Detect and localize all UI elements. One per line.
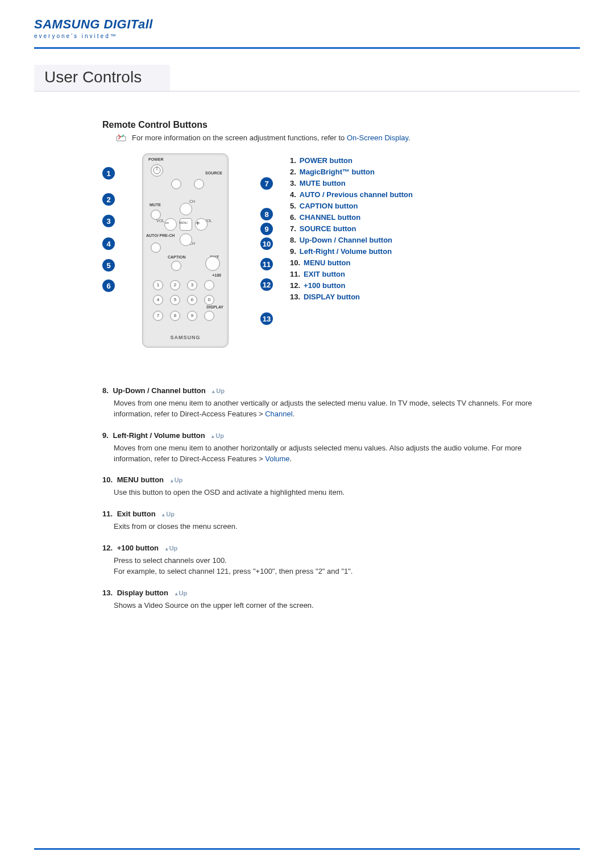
callout-3: 3 [102, 215, 115, 227]
callout-4: 4 [102, 237, 115, 250]
up-link[interactable]: Up [162, 511, 175, 518]
up-link[interactable]: Up [165, 545, 178, 552]
display-button-link[interactable]: DISPLAY button [304, 293, 360, 301]
numpad-8: 8 [170, 311, 180, 321]
desc-num: 13. [102, 589, 113, 597]
desc-title: Up-Down / Channel button [113, 386, 205, 395]
desc-num: 8. [102, 386, 109, 395]
desc-body: Moves from one menu item to another hori… [114, 443, 557, 465]
updown-button-link[interactable]: Up-Down / Channel button [300, 236, 392, 244]
button-list-item: 6.CHANNEL button [290, 213, 413, 222]
label-display: DISPLAY [206, 305, 223, 309]
button-list-item: 10.MENU button [290, 258, 413, 267]
desc-body: Use this button to open the OSD and acti… [114, 487, 557, 498]
button-list-item: 5.CAPTION button [290, 202, 413, 210]
remote-body: POWER SOURCE MUTE CH VOL VOL CH − [142, 153, 229, 348]
desc-num: 11. [102, 510, 113, 518]
callout-5: 5 [102, 259, 115, 272]
button-list-num: 6. [290, 213, 296, 222]
figure-row: 1 2 3 4 5 6 7 8 9 10 11 12 13 POWER SOUR… [102, 153, 557, 352]
leftright-button-link[interactable]: Left-Right / Volume button [300, 247, 392, 256]
button-list-num: 10. [290, 258, 300, 267]
callout-13: 13 [260, 312, 273, 325]
up-link[interactable]: Up [171, 477, 183, 483]
callout-2: 2 [102, 193, 115, 206]
label-mute: MUTE [150, 203, 161, 207]
up-link[interactable]: Up [175, 590, 188, 596]
numpad-9: 9 [187, 311, 197, 321]
callout-9: 9 [260, 223, 273, 235]
dpad-right: + [195, 218, 208, 231]
dpad-graphic: CH VOL VOL CH − + MENU [162, 201, 209, 247]
label-auto: AUTO/ PRE-CH [146, 233, 175, 237]
volume-link[interactable]: Volume [265, 454, 289, 463]
desc-title: MENU button [117, 475, 164, 484]
remote-illustration: 1 2 3 4 5 6 7 8 9 10 11 12 13 POWER SOUR… [102, 153, 273, 352]
plus100-button-graphic [204, 280, 214, 290]
desc-body: Moves from one menu item to another vert… [114, 398, 557, 420]
desc-heading: 10. MENU button Up [102, 475, 557, 484]
menu-button-link[interactable]: MENU button [304, 258, 350, 267]
on-screen-display-link[interactable]: On-Screen Display [347, 133, 408, 142]
desc-body-text: Use this button to open the OSD and acti… [114, 488, 345, 496]
desc-heading: 12. +100 button Up [102, 544, 557, 552]
info-icon [116, 134, 126, 142]
dpad-up [180, 203, 192, 215]
svg-rect-0 [117, 136, 126, 141]
up-link[interactable]: Up [211, 432, 224, 439]
auto-button-link[interactable]: AUTO / Previous channel button [300, 190, 413, 199]
callout-12: 12 [260, 278, 273, 291]
desc-title: Display button [117, 589, 168, 597]
desc-body-text: Press to select channels over 100. For e… [114, 556, 352, 575]
button-list: 1.POWER button 2.MagicBright™ button 3.M… [290, 153, 413, 304]
desc-body-after: . [290, 454, 292, 463]
exit-button-link[interactable]: EXIT button [304, 270, 345, 278]
power-button-link[interactable]: POWER button [300, 156, 352, 165]
mute-button-link[interactable]: MUTE button [300, 179, 346, 187]
info-note-before: For more information on the screen adjus… [132, 133, 347, 142]
desc-body-before: Moves from one menu item to another hori… [114, 444, 522, 463]
magicbright-button-link[interactable]: MagicBright™ button [300, 168, 375, 176]
callout-7: 7 [260, 177, 273, 190]
button-list-num: 3. [290, 179, 296, 187]
plus100-button-link[interactable]: +100 button [304, 281, 345, 290]
desc-heading: 11. Exit button Up [102, 510, 557, 518]
button-list-item: 9.Left-Right / Volume button [290, 247, 413, 256]
exit-button-graphic [205, 256, 220, 271]
numpad-2: 2 [170, 280, 180, 290]
dpad-center [180, 218, 192, 231]
source-button-link[interactable]: SOURCE button [300, 224, 356, 233]
numpad-4: 4 [153, 295, 163, 305]
desc-title: +100 button [117, 544, 159, 552]
channel-link[interactable]: Channel [265, 410, 292, 418]
button-list-num: 5. [290, 202, 296, 210]
up-link[interactable]: Up [212, 387, 225, 394]
desc-num: 10. [102, 475, 113, 484]
callout-6: 6 [102, 279, 115, 292]
desc-item-11: 11. Exit button Up Exits from or closes … [102, 510, 557, 532]
desc-body: Shows a Video Source on the upper left c… [114, 600, 557, 611]
top-rule [34, 47, 580, 49]
numpad-1: 1 [153, 280, 163, 290]
callout-8: 8 [260, 208, 273, 220]
desc-body-text: Exits from or closes the menu screen. [114, 522, 237, 531]
button-list-item: 7.SOURCE button [290, 224, 413, 233]
auto-button-graphic [151, 243, 161, 253]
numpad-7: 7 [153, 311, 163, 321]
desc-heading: 9. Left-Right / Volume button Up [102, 431, 557, 440]
info-note-after: . [408, 133, 410, 142]
button-list-item: 8.Up-Down / Channel button [290, 236, 413, 244]
button-list-num: 11. [290, 270, 300, 278]
button-list-num: 4. [290, 190, 296, 199]
info-note-text: For more information on the screen adjus… [132, 133, 410, 142]
button-list-item: 12.+100 button [290, 281, 413, 290]
button-list-item: 3.MUTE button [290, 179, 413, 187]
desc-body: Press to select channels over 100. For e… [114, 556, 557, 577]
numpad-3: 3 [187, 280, 197, 290]
caption-button-graphic [171, 261, 181, 271]
desc-num: 12. [102, 544, 113, 552]
section-title-line [170, 65, 580, 91]
caption-button-link[interactable]: CAPTION button [300, 202, 358, 210]
channel-button-link[interactable]: CHANNEL button [300, 213, 360, 222]
label-source: SOURCE [205, 171, 222, 175]
